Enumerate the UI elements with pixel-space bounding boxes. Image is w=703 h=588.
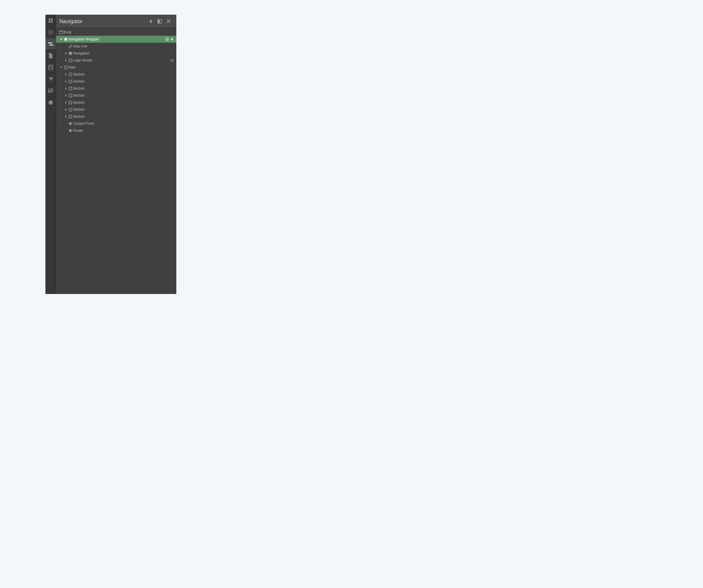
component-icon <box>68 122 73 125</box>
panel-title: Navigator <box>60 18 147 25</box>
svg-rect-22 <box>69 94 72 97</box>
tree-row-skip-link[interactable]: Skip Link <box>56 43 176 50</box>
tree-label: Contact Form <box>73 121 174 125</box>
div-icon <box>68 87 73 90</box>
div-icon <box>68 59 73 62</box>
expand-arrow-icon[interactable] <box>64 73 68 76</box>
tree-label: Navigation Wrapper <box>68 37 165 41</box>
svg-rect-20 <box>69 80 72 83</box>
add-element-button[interactable] <box>46 15 56 26</box>
navigator-main: Navigator Body <box>56 15 176 294</box>
tree-label: Section <box>73 86 174 90</box>
svg-point-7 <box>52 80 53 81</box>
interaction-icon <box>170 37 174 41</box>
tree-row-body[interactable]: Body <box>56 29 176 36</box>
collapse-all-button[interactable] <box>147 17 155 26</box>
tree-row-nav-wrapper[interactable]: Navigation Wrapper <box>56 36 176 43</box>
expand-arrow-icon[interactable] <box>64 101 68 104</box>
expand-arrow-icon[interactable] <box>64 59 68 62</box>
navigator-header: Navigator <box>56 15 176 28</box>
svg-rect-21 <box>69 87 72 90</box>
home-icon <box>68 52 73 55</box>
left-sidebar <box>46 15 56 294</box>
tree-row-footer[interactable]: Footer <box>56 127 176 134</box>
tree-label: Footer <box>73 129 174 133</box>
div-icon <box>68 94 73 97</box>
cms-button[interactable] <box>46 62 56 73</box>
row-trailing-icons <box>170 59 174 62</box>
expand-arrow-icon[interactable] <box>64 108 68 111</box>
body-icon <box>58 30 64 34</box>
svg-rect-15 <box>69 59 72 62</box>
link-icon <box>68 45 73 48</box>
expand-arrow-icon[interactable] <box>64 115 68 118</box>
tree-row-section[interactable]: Section <box>56 99 176 106</box>
div-icon <box>63 66 68 69</box>
tree-row-section[interactable]: Section <box>56 71 176 78</box>
home-icon <box>63 37 68 41</box>
pages-button[interactable] <box>46 50 56 62</box>
symbols-button[interactable] <box>46 26 56 38</box>
svg-rect-4 <box>49 45 53 46</box>
component-icon <box>165 37 169 41</box>
svg-rect-2 <box>49 20 52 21</box>
div-icon <box>68 80 73 83</box>
tree-row-contact-form[interactable]: Contact Form <box>56 120 176 127</box>
navigator-panel: Navigator Body <box>46 15 176 294</box>
div-icon <box>68 108 73 111</box>
div-icon <box>68 115 73 118</box>
element-tree: Body Navigation Wrapper <box>56 28 176 294</box>
tree-label: Section <box>73 107 174 111</box>
tree-row-section[interactable]: Section <box>56 113 176 120</box>
div-icon <box>68 101 73 104</box>
svg-rect-18 <box>64 66 67 69</box>
tree-label: Body <box>64 30 174 34</box>
tree-label: Section <box>73 100 174 104</box>
svg-rect-3 <box>48 43 52 44</box>
expand-arrow-icon[interactable] <box>64 52 68 55</box>
pin-panel-button[interactable] <box>155 17 164 26</box>
tree-label: Section <box>73 93 174 97</box>
expand-arrow-icon[interactable] <box>60 66 63 69</box>
tree-label: Skip Link <box>73 44 174 48</box>
component-icon <box>68 129 73 133</box>
svg-point-6 <box>50 80 50 81</box>
svg-rect-23 <box>69 101 72 104</box>
tree-label: Login Modal <box>73 58 170 62</box>
row-trailing-icons <box>165 37 174 41</box>
ecommerce-button[interactable] <box>46 73 56 85</box>
settings-button[interactable] <box>46 97 56 108</box>
tree-row-section[interactable]: Section <box>56 106 176 113</box>
hidden-icon[interactable] <box>170 59 174 62</box>
div-icon <box>68 73 73 76</box>
svg-rect-24 <box>69 108 72 111</box>
expand-arrow-icon[interactable] <box>60 38 63 40</box>
svg-rect-25 <box>69 115 72 118</box>
svg-point-5 <box>49 65 53 66</box>
expand-arrow-icon[interactable] <box>64 80 68 83</box>
expand-arrow-icon[interactable] <box>64 94 68 97</box>
tree-label: Section <box>73 114 174 118</box>
tree-row-section[interactable]: Section <box>56 85 176 92</box>
assets-button[interactable] <box>46 85 56 97</box>
close-panel-button[interactable] <box>164 17 173 26</box>
svg-rect-14 <box>60 31 61 31</box>
svg-rect-10 <box>158 20 159 23</box>
tree-label: Section <box>73 72 174 76</box>
svg-rect-13 <box>60 31 60 31</box>
tree-row-login-modal[interactable]: Login Modal <box>56 57 176 64</box>
tree-label: Section <box>73 79 174 83</box>
svg-rect-19 <box>69 73 72 76</box>
tree-row-section[interactable]: Section <box>56 78 176 85</box>
tree-row-main[interactable]: Main <box>56 64 176 71</box>
tree-row-navigation[interactable]: Navigation <box>56 50 176 57</box>
tree-label: Main <box>68 65 174 69</box>
navigator-tab[interactable] <box>46 38 56 50</box>
tree-row-section[interactable]: Section <box>56 92 176 99</box>
tree-label: Navigation <box>73 51 174 55</box>
expand-arrow-icon[interactable] <box>64 87 68 90</box>
